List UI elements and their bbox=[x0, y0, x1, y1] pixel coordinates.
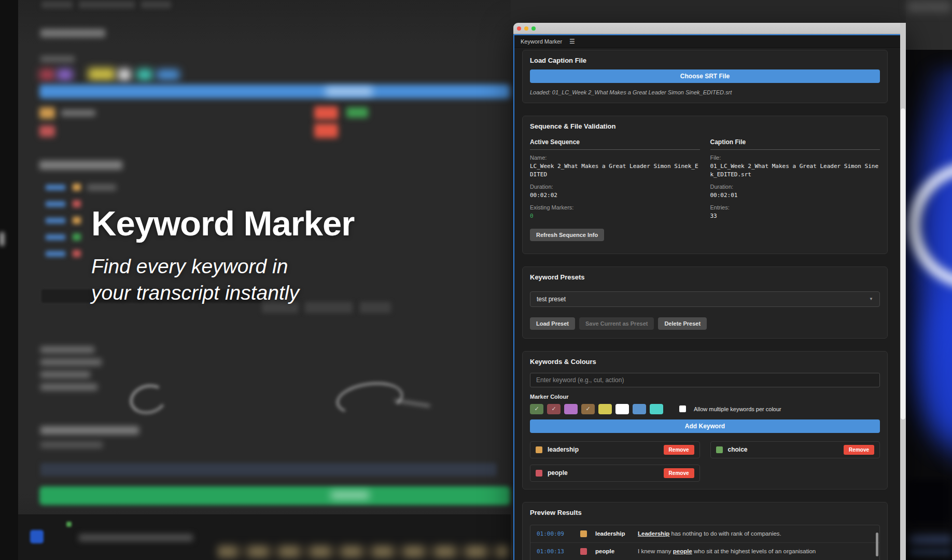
bg-text-blob bbox=[40, 426, 139, 435]
preview-highlight: Leadership bbox=[638, 530, 669, 537]
hero-subtitle: Find every keyword in your transcript in… bbox=[91, 253, 299, 306]
close-traffic-light[interactable] bbox=[517, 26, 521, 31]
preview-keyword: people bbox=[595, 548, 638, 554]
loaded-file-note: Loaded: 01_LC_Week 2_What Makes a Great … bbox=[530, 89, 880, 95]
bg-kw-swatch bbox=[39, 107, 55, 119]
preview-row[interactable]: 01:00:13 people I knew many people who s… bbox=[530, 542, 879, 560]
load-preset-button[interactable]: Load Preset bbox=[530, 317, 575, 330]
hero-subtitle-line2: your transcript instantly bbox=[91, 279, 299, 306]
bg-row-swatch bbox=[73, 250, 81, 257]
remove-keyword-button[interactable]: Remove bbox=[844, 445, 874, 455]
colour-swatch[interactable] bbox=[650, 404, 663, 414]
caption-file-column: Caption File File: 01_LC_Week 2_What Mak… bbox=[710, 138, 880, 220]
colour-swatch[interactable] bbox=[633, 404, 646, 414]
keyword-item: choice Remove bbox=[710, 441, 880, 458]
bg-time-blob bbox=[46, 251, 65, 257]
preview-caption-text: Leadership has nothing to do with rank o… bbox=[638, 530, 781, 537]
preview-timestamp: 01:00:09 bbox=[537, 530, 574, 537]
bg-tab-shape bbox=[141, 1, 171, 8]
preview-colour-swatch bbox=[580, 548, 587, 555]
colour-swatch[interactable]: ✓ bbox=[547, 404, 561, 414]
caption-duration-value: 00:02:01 bbox=[710, 191, 880, 200]
chevron-down-icon: ▼ bbox=[869, 297, 873, 301]
bg-row-swatch bbox=[73, 217, 81, 224]
caption-duration-label: Duration: bbox=[710, 184, 880, 190]
preview-card: Preview Results 01:00:09 leadership Lead… bbox=[522, 502, 888, 560]
preview-row[interactable]: 01:00:09 leadership Leadership has nothi… bbox=[530, 525, 879, 542]
load-caption-card: Load Caption File Choose SRT File Loaded… bbox=[522, 50, 888, 103]
window-titlebar[interactable] bbox=[513, 23, 906, 34]
preview-keyword: leadership bbox=[595, 530, 638, 537]
colour-swatch[interactable]: ✓ bbox=[530, 404, 543, 414]
bg-swatch bbox=[57, 69, 73, 80]
bg-time-blob bbox=[46, 201, 65, 207]
bg-green-bar bbox=[39, 486, 510, 505]
add-keyword-button[interactable]: Add Keyword bbox=[530, 419, 880, 433]
keyword-colour-swatch bbox=[536, 446, 542, 453]
keywords-card: Keywords & Colours Marker Colour ✓ ✓ ✓ bbox=[522, 351, 888, 489]
entries-label: Entries: bbox=[710, 204, 880, 211]
bg-text-blob bbox=[61, 110, 95, 116]
bg-swatch bbox=[137, 69, 152, 80]
bg-text-blob bbox=[40, 384, 97, 390]
preview-colour-swatch bbox=[580, 530, 587, 537]
sequence-duration-value: 00:02:02 bbox=[530, 191, 700, 200]
bg-swatch bbox=[88, 68, 115, 80]
validation-card: Sequence & File Validation Active Sequen… bbox=[522, 116, 888, 254]
marker-colour-swatches: ✓ ✓ ✓ bbox=[530, 404, 880, 414]
bg-dark-band bbox=[906, 480, 952, 524]
bg-swatch bbox=[118, 69, 131, 80]
bg-timeline-blobs bbox=[218, 545, 508, 558]
preview-caption-text: I knew many people who sit at the highes… bbox=[638, 548, 816, 554]
keyword-label: leadership bbox=[548, 446, 579, 453]
colour-swatch[interactable] bbox=[598, 404, 612, 414]
remove-keyword-button[interactable]: Remove bbox=[664, 445, 694, 455]
allow-multiple-label: Allow multiple keywords per colour bbox=[694, 406, 781, 412]
bg-row-swatch bbox=[73, 200, 81, 207]
window-scrollbar[interactable] bbox=[900, 23, 906, 560]
bg-swatch bbox=[157, 69, 179, 80]
minimize-traffic-light[interactable] bbox=[524, 26, 528, 31]
preview-title: Preview Results bbox=[530, 507, 880, 516]
window-scrollbar-thumb[interactable] bbox=[901, 108, 905, 419]
caption-file-value: 01_LC_Week 2_What Makes a Great Leader S… bbox=[710, 162, 880, 179]
allow-multiple-checkbox[interactable] bbox=[679, 405, 686, 412]
caption-file-heading: Caption File bbox=[710, 138, 880, 150]
preview-highlight: people bbox=[673, 548, 692, 554]
bg-button-blob bbox=[305, 302, 353, 313]
bg-right-tab bbox=[907, 1, 951, 12]
colour-swatch[interactable]: ✓ bbox=[581, 404, 595, 414]
bg-tab-shape bbox=[41, 1, 73, 8]
existing-markers-value: 0 bbox=[530, 212, 700, 220]
bg-swatch bbox=[39, 69, 55, 80]
maximize-traffic-light[interactable] bbox=[531, 26, 536, 31]
bg-row-swatch bbox=[73, 233, 81, 241]
bg-text-blob bbox=[40, 346, 94, 353]
keyword-item: leadership Remove bbox=[530, 441, 700, 458]
sequence-name-value: LC_Week 2_What Makes a Great Leader Simo… bbox=[530, 162, 700, 179]
panel-header: Keyword Marker ☰ bbox=[514, 35, 905, 48]
remove-keyword-button[interactable]: Remove bbox=[664, 468, 694, 478]
delete-preset-button[interactable]: Delete Preset bbox=[658, 317, 707, 330]
keyword-item: people Remove bbox=[530, 465, 700, 482]
keyword-colour-swatch bbox=[536, 470, 542, 477]
marker-colour-label: Marker Colour bbox=[530, 394, 880, 400]
bg-dark-bar bbox=[40, 463, 497, 476]
refresh-sequence-button[interactable]: Refresh Sequence Info bbox=[530, 229, 604, 241]
colour-swatch[interactable] bbox=[564, 404, 578, 414]
bg-tab-shape bbox=[79, 1, 135, 8]
save-preset-button[interactable]: Save Current as Preset bbox=[579, 317, 654, 330]
panel-menu-icon[interactable]: ☰ bbox=[569, 38, 575, 45]
preview-scrollbar-thumb[interactable] bbox=[876, 533, 878, 556]
preview-results-box: 01:00:09 leadership Leadership has nothi… bbox=[530, 525, 880, 560]
bg-button-blob bbox=[360, 302, 391, 313]
choose-srt-button[interactable]: Choose SRT File bbox=[530, 69, 880, 83]
existing-markers-label: Existing Markers: bbox=[530, 204, 700, 211]
colour-swatch[interactable] bbox=[615, 404, 629, 414]
bg-row-swatch bbox=[73, 184, 81, 191]
preset-select[interactable]: test preset ▼ bbox=[530, 291, 880, 307]
keyword-input[interactable] bbox=[530, 373, 880, 387]
validation-title: Sequence & File Validation bbox=[530, 120, 880, 130]
presets-title: Keyword Presets bbox=[530, 271, 880, 281]
hero-title: Keyword Marker bbox=[91, 203, 354, 243]
